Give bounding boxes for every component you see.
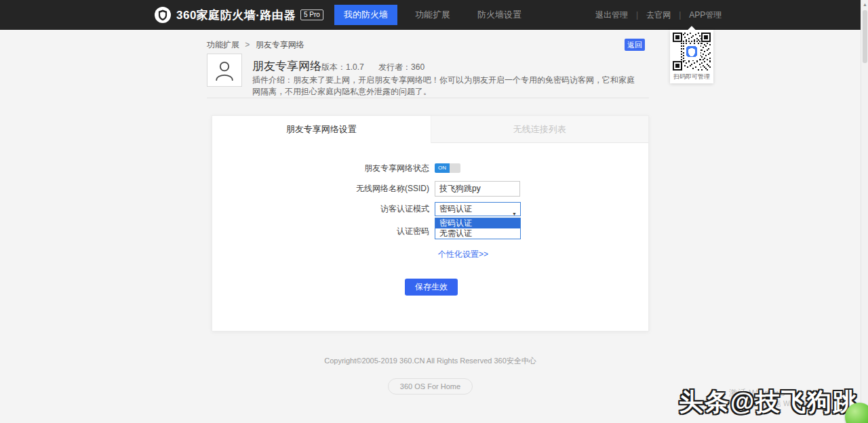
app-manage-link[interactable]: APP管理 [689, 9, 722, 21]
toggle-off-segment [450, 163, 460, 173]
person-icon [212, 59, 237, 82]
brand-title: 360家庭防火墙·路由器 [176, 7, 296, 23]
plugin-meta: 版本：1.0.7 发行者：360 [321, 62, 437, 73]
page: 360家庭防火墙·路由器 5 Pro 我的防火墙 功能扩展 防火墙设置 退出管理… [0, 0, 868, 423]
brand: 360家庭防火墙·路由器 5 Pro [155, 0, 323, 30]
auth-mode-label: 访客认证模式 [285, 202, 429, 216]
ssid-input[interactable] [435, 181, 520, 197]
nav-item-extensions[interactable]: 功能扩展 [406, 5, 460, 25]
auth-mode-selected-value: 密码认证 [439, 204, 472, 214]
official-site-link[interactable]: 去官网 [646, 9, 671, 21]
settings-card: 朋友专享网络设置 无线连接列表 朋友专享网络状态 ON 无线网络名称(SSID)… [212, 115, 649, 331]
dropdown-option-password-auth[interactable]: 密码认证 [435, 218, 520, 228]
qr-caption: 扫码即可管理 [673, 73, 711, 81]
breadcrumb-parent[interactable]: 功能扩展 [207, 40, 239, 49]
scrollbar-thumb[interactable] [863, 10, 867, 63]
plugin-icon-box [207, 54, 242, 87]
card-tabs: 朋友专享网络设置 无线连接列表 [212, 116, 648, 143]
brand-version-badge: 5 Pro [300, 9, 323, 20]
qr-code [673, 33, 711, 70]
nav-item-firewall-settings[interactable]: 防火墙设置 [468, 5, 531, 25]
breadcrumb-current: 朋友专享网络 [256, 40, 304, 49]
plugin-publisher: 发行者：360 [378, 62, 425, 72]
nav-separator: | [679, 10, 681, 20]
save-button[interactable]: 保存生效 [405, 279, 458, 296]
password-label: 认证密码 [285, 224, 429, 239]
network-status-toggle[interactable]: ON [435, 163, 460, 173]
top-navbar: 360家庭防火墙·路由器 5 Pro 我的防火墙 功能扩展 防火墙设置 退出管理… [0, 0, 861, 30]
copyright-text: Copyright©2005-2019 360.CN All Rights Re… [0, 356, 861, 366]
main-nav: 我的防火墙 功能扩展 防火墙设置 [334, 0, 531, 30]
tab-network-settings[interactable]: 朋友专享网络设置 [212, 116, 431, 143]
breadcrumb: 功能扩展 > 朋友专享网络 [207, 39, 304, 51]
ssid-label: 无线网络名称(SSID) [285, 181, 429, 197]
status-label: 朋友专享网络状态 [285, 163, 429, 173]
breadcrumb-separator: > [245, 40, 250, 49]
os-version-badge: 360 OS For Home [388, 378, 473, 395]
plugin-version: 版本：1.0.7 [321, 62, 364, 72]
divider [207, 98, 649, 98]
nav-right-menu: 退出管理 | 去官网 | APP管理 [595, 0, 722, 30]
back-button[interactable]: 返回 [625, 39, 645, 51]
auth-mode-select[interactable]: 密码认证 ▼ [435, 202, 521, 216]
plugin-title: 朋友专享网络 [252, 58, 321, 74]
scroll-up-arrow[interactable]: ▲ [861, 0, 868, 9]
logout-link[interactable]: 退出管理 [595, 9, 628, 21]
dropdown-option-no-auth[interactable]: 无需认证 [435, 228, 520, 239]
channel-watermark: 头条@技飞狗跳 [679, 386, 859, 419]
auth-mode-dropdown: 密码认证 无需认证 [435, 218, 521, 239]
shield-logo-icon [155, 7, 171, 23]
qr-popup: 扫码即可管理 [670, 30, 713, 83]
toggle-on-segment: ON [435, 163, 450, 173]
tab-wireless-list[interactable]: 无线连接列表 [431, 116, 649, 143]
nav-item-my-firewall[interactable]: 我的防火墙 [334, 5, 397, 25]
scrollbar[interactable]: ▲ [861, 0, 868, 423]
personalize-settings-link[interactable]: 个性化设置>> [438, 249, 488, 260]
nav-separator: | [636, 10, 638, 20]
plugin-description: 插件介绍：朋友来了要上网，开启朋友专享网络吧！你可以为朋友开启一个专用的免密码访… [252, 75, 642, 98]
